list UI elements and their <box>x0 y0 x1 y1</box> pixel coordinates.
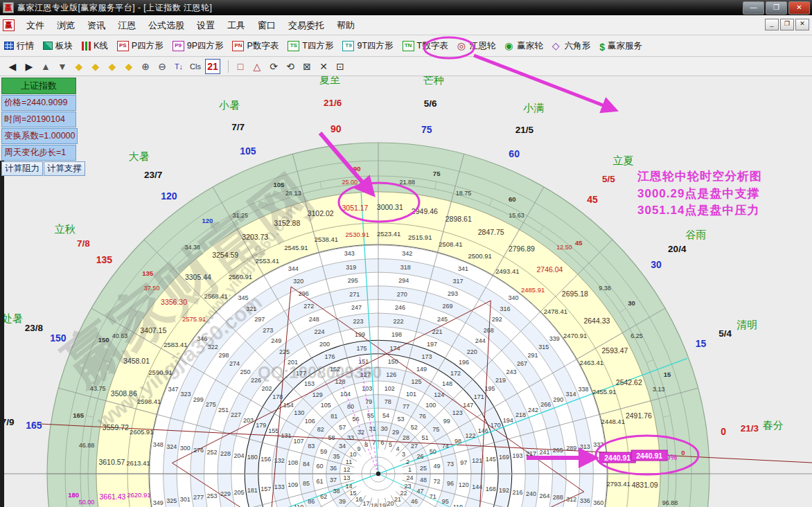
svg-text:96.88: 96.88 <box>662 499 678 506</box>
scroll-left-button[interactable]: ◀ <box>6 60 19 73</box>
svg-text:2620.91: 2620.91 <box>127 491 150 499</box>
svg-text:2500.91: 2500.91 <box>468 252 491 260</box>
toolbar-item-9P四方形[interactable]: P99P四方形 <box>173 40 224 52</box>
svg-text:106: 106 <box>305 418 315 425</box>
svg-text:165: 165 <box>73 411 85 419</box>
menu-item-7[interactable]: 窗口 <box>251 17 282 33</box>
menu-item-8[interactable]: 交易委托 <box>282 17 330 33</box>
child-restore-button[interactable]: ❐ <box>780 19 794 30</box>
zoom-in-button[interactable]: ⊕ <box>139 60 152 73</box>
child-minimize-button[interactable]: _ <box>765 19 779 30</box>
toolbar-item-江恩轮[interactable]: ◎江恩轮 <box>457 40 496 52</box>
svg-text:200: 200 <box>319 341 330 348</box>
toolbar-item-P数字表[interactable]: PNP数字表 <box>232 40 279 52</box>
menu-item-3[interactable]: 江恩 <box>112 17 142 33</box>
calc-resistance-button[interactable]: 计算阻力 <box>1 161 43 176</box>
shrink-button[interactable]: ✕ <box>317 60 330 73</box>
svg-text:2575.91: 2575.91 <box>182 315 206 323</box>
close-button[interactable]: ✕ <box>788 1 810 15</box>
svg-text:252: 252 <box>207 449 218 456</box>
time-row: 时间=20190104 <box>1 112 76 127</box>
cls-button[interactable]: Cls <box>188 60 202 73</box>
svg-text:173: 173 <box>422 353 432 360</box>
svg-text:340: 340 <box>509 294 519 301</box>
toolbar-item-六角形[interactable]: ◇六角形 <box>552 40 591 52</box>
window-edge <box>0 161 4 507</box>
svg-text:6: 6 <box>380 439 384 446</box>
toolbar-label: T数字表 <box>417 40 448 52</box>
menu-item-2[interactable]: 资讯 <box>81 17 112 33</box>
svg-text:3508.86: 3508.86 <box>111 389 137 398</box>
menu-item-4[interactable]: 公式选股 <box>142 17 191 33</box>
svg-text:2898.61: 2898.61 <box>445 215 472 223</box>
menu-item-0[interactable]: 文件 <box>20 17 51 33</box>
svg-text:276: 276 <box>193 447 204 454</box>
menu-item-1[interactable]: 浏览 <box>51 17 81 33</box>
svg-text:春分: 春分 <box>763 419 784 431</box>
svg-text:34: 34 <box>339 443 346 450</box>
pointer-up-button[interactable]: ▲ <box>39 60 53 73</box>
child-close-button[interactable]: ✕ <box>795 19 809 30</box>
svg-text:37: 37 <box>330 477 337 483</box>
svg-text:37.50: 37.50 <box>144 285 160 292</box>
pan-up-button[interactable]: ◆ <box>105 60 119 73</box>
svg-text:101: 101 <box>406 391 416 398</box>
toolbar-item-赢家服务[interactable]: $赢家服务 <box>599 40 642 52</box>
draw-triangle-button[interactable]: △ <box>250 60 264 73</box>
svg-text:53: 53 <box>398 416 405 423</box>
expand-button[interactable]: ⊠ <box>300 60 314 73</box>
svg-text:清明: 清明 <box>736 319 757 330</box>
pointer-down-button[interactable]: ▼ <box>55 60 69 73</box>
toolbar-item-行情[interactable]: 行情 <box>4 40 34 52</box>
draw-square-button[interactable]: □ <box>233 60 247 73</box>
minimize-button[interactable]: — <box>743 1 764 15</box>
toolbar-item-P四方形[interactable]: PSP四方形 <box>117 40 164 52</box>
gann-wheel-chart[interactable]: 赢家财富网www.yingjia360.comwww.yingjia360.co… <box>0 76 812 507</box>
scroll-right-button[interactable]: ▶ <box>22 60 36 73</box>
svg-text:49: 49 <box>433 463 440 470</box>
svg-text:2553.41: 2553.41 <box>256 257 279 265</box>
svg-text:102: 102 <box>385 385 395 392</box>
svg-text:317: 317 <box>453 278 464 285</box>
time-price-button[interactable]: T↓ <box>172 60 186 73</box>
menu-item-5[interactable]: 设置 <box>191 17 221 33</box>
menu-item-6[interactable]: 工具 <box>221 17 251 33</box>
app-window: { "window": { "title": "赢家江恩专业版[赢家服务平台] … <box>0 0 812 507</box>
svg-text:45: 45 <box>575 239 583 247</box>
screen-button[interactable]: ⊡ <box>333 60 347 73</box>
menu-item-9[interactable]: 帮助 <box>330 17 361 33</box>
svg-text:61: 61 <box>317 478 324 485</box>
toolbar-item-板块[interactable]: 板块 <box>43 40 73 52</box>
svg-text:325: 325 <box>166 497 177 504</box>
pan-down-button[interactable]: ◆ <box>122 60 136 73</box>
svg-text:2613.41: 2613.41 <box>126 459 150 467</box>
toolbar-item-赢家轮[interactable]: ◉赢家轮 <box>504 40 543 52</box>
toolbar-label: 赢家轮 <box>517 40 543 52</box>
rotate-ccw-button[interactable]: ⟲ <box>283 60 297 73</box>
pan-left-button[interactable]: ◆ <box>72 60 86 73</box>
svg-text:264: 264 <box>539 492 549 499</box>
toolbar-item-T四方形[interactable]: TST四方形 <box>288 40 333 52</box>
rotate-cw-button[interactable]: ⟳ <box>267 60 281 73</box>
maximize-button[interactable]: ❐ <box>766 1 787 15</box>
toolbar-item-K线[interactable]: K线 <box>82 40 108 52</box>
calc-support-button[interactable]: 计算支撑 <box>44 161 85 176</box>
svg-text:84: 84 <box>303 461 310 468</box>
svg-text:198: 198 <box>391 331 402 338</box>
analysis-annotation: 江恩轮中轮时空分析图3000.29点是盘中支撑3051.14点是盘中压力 <box>637 168 762 220</box>
svg-text:90: 90 <box>353 165 361 172</box>
toolbar-label: 9P四方形 <box>187 40 224 52</box>
svg-text:199: 199 <box>355 331 365 338</box>
svg-text:28: 28 <box>403 434 409 441</box>
svg-text:2508.41: 2508.41 <box>439 240 462 248</box>
svg-text:360: 360 <box>593 499 603 506</box>
svg-text:154: 154 <box>283 402 294 409</box>
pan-right-button[interactable]: ◆ <box>89 60 103 73</box>
zoom-out-button[interactable]: ⊖ <box>155 60 169 73</box>
toolbar-item-9T四方形[interactable]: T99T四方形 <box>342 40 393 52</box>
toolbar-item-T数字表[interactable]: TNT数字表 <box>403 40 448 52</box>
calendar-button[interactable]: 21 <box>205 59 220 74</box>
svg-text:35: 35 <box>333 453 339 460</box>
svg-text:2590.91: 2590.91 <box>148 368 172 376</box>
p9-square-icon: P9 <box>173 41 184 51</box>
